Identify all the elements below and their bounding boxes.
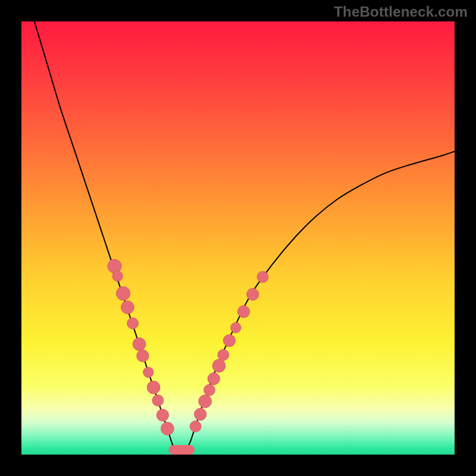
data-marker <box>203 384 215 396</box>
data-marker <box>194 408 206 420</box>
data-marker <box>257 271 268 283</box>
data-marker <box>212 359 226 372</box>
data-marker <box>208 372 220 384</box>
chart-frame: TheBottleneck.com <box>0 0 476 476</box>
data-marker <box>231 322 241 333</box>
data-marker <box>152 395 164 406</box>
data-marker <box>237 306 249 318</box>
data-marker <box>199 395 212 408</box>
plot-area <box>21 21 455 455</box>
data-marker <box>156 409 168 421</box>
data-marker <box>137 350 149 362</box>
bottleneck-curve <box>35 21 455 455</box>
data-marker <box>116 287 130 300</box>
data-marker <box>143 367 154 377</box>
svg-rect-1 <box>169 445 195 455</box>
data-marker <box>218 349 229 361</box>
data-marker <box>190 421 201 432</box>
data-marker <box>112 271 123 281</box>
data-marker <box>121 301 134 314</box>
data-marker <box>147 381 160 394</box>
data-marker <box>161 422 174 435</box>
data-marker <box>223 334 235 346</box>
data-marker <box>247 288 259 300</box>
plateau-band <box>169 445 195 455</box>
data-marker <box>133 337 146 350</box>
data-marker <box>127 318 139 329</box>
curve-layer <box>21 21 455 455</box>
watermark-text: TheBottleneck.com <box>334 4 468 20</box>
marker-cluster-left <box>108 259 174 436</box>
